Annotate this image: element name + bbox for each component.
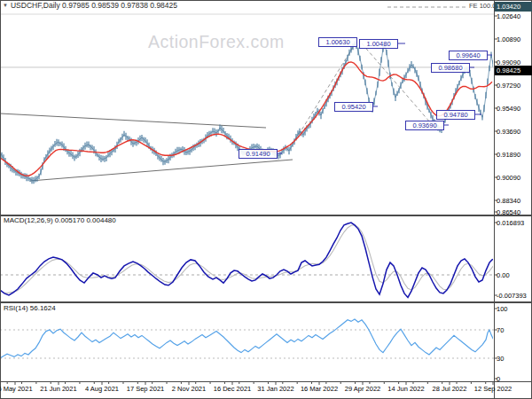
price-annotation[interactable]: 0.91490 bbox=[239, 149, 278, 159]
current-price-badge: 0.98425 bbox=[495, 66, 532, 75]
price-annotation[interactable]: 0.94780 bbox=[436, 110, 475, 120]
price-annotation[interactable]: 0.99640 bbox=[449, 51, 488, 60]
date-label: 4 Aug 2021 bbox=[85, 385, 119, 393]
price-tick-label: 0.86540 bbox=[497, 208, 520, 216]
price-tick-label: 0.91890 bbox=[497, 151, 520, 159]
price-tick-label: 0.93690 bbox=[497, 128, 520, 136]
macd-tick-label: 0.016893 bbox=[497, 219, 524, 227]
chart-title-text: USDCHF,Daily 0.97985 0.98539 0.97838 0.9… bbox=[11, 1, 177, 10]
symbol-dropdown-icon[interactable]: ▼ bbox=[3, 3, 8, 8]
fe-level-badge: 1.03420 bbox=[495, 2, 532, 12]
date-label: 6 May 2021 bbox=[0, 385, 33, 393]
rsi-tick-label: 70 bbox=[497, 326, 504, 334]
chart-window: ActionForex.com ▼USDCHF,Daily 0.97985 0.… bbox=[0, 0, 532, 399]
date-label: 16 Dec 2021 bbox=[214, 385, 252, 393]
date-label: 21 Jun 2021 bbox=[40, 385, 76, 393]
rsi-panel-label: RSI(14) 56.1624 bbox=[4, 304, 56, 312]
chart-title: ▼USDCHF,Daily 0.97985 0.98539 0.97838 0.… bbox=[3, 1, 177, 10]
macd-tick-label: -0.007393 bbox=[497, 292, 527, 300]
date-label: 28 Jul 2022 bbox=[433, 385, 467, 393]
price-tick-label: 0.95490 bbox=[497, 105, 520, 113]
macd-panel-label: MACD(12,26,9) 0.005170 0.004480 bbox=[4, 216, 116, 224]
date-label: 17 Sep 2021 bbox=[127, 385, 165, 393]
price-annotation[interactable]: 1.00630 bbox=[318, 37, 357, 47]
price-annotation[interactable]: 1.00480 bbox=[359, 39, 398, 49]
watermark: ActionForex.com bbox=[148, 32, 285, 52]
date-label: 29 Apr 2022 bbox=[345, 385, 380, 393]
date-label: 2 Nov 2021 bbox=[172, 385, 206, 393]
price-tick-label: 0.88340 bbox=[497, 197, 520, 205]
price-annotation[interactable]: 0.95420 bbox=[334, 102, 373, 112]
price-tick-label: 0.97290 bbox=[497, 82, 520, 90]
price-annotation[interactable]: 0.98680 bbox=[431, 63, 470, 73]
price-tick-label: 0.90090 bbox=[497, 174, 520, 182]
fibonacci-extension-label: FE 100.0 bbox=[469, 2, 496, 10]
rsi-tick-label: 30 bbox=[497, 355, 504, 363]
price-annotation[interactable]: 0.93690 bbox=[405, 121, 444, 130]
rsi-tick-label: 0 bbox=[497, 375, 500, 383]
date-label: 12 Sep 2022 bbox=[474, 385, 512, 393]
macd-tick-label: 0.00 bbox=[497, 271, 510, 279]
price-tick-label: 1.02640 bbox=[497, 12, 520, 20]
date-label: 31 Jan 2022 bbox=[257, 385, 293, 393]
rsi-tick-label: 100 bbox=[497, 305, 508, 313]
price-tick-label: 1.00890 bbox=[497, 35, 520, 43]
date-label: 16 Mar 2022 bbox=[301, 385, 338, 393]
date-label: 14 Jun 2022 bbox=[387, 385, 424, 393]
